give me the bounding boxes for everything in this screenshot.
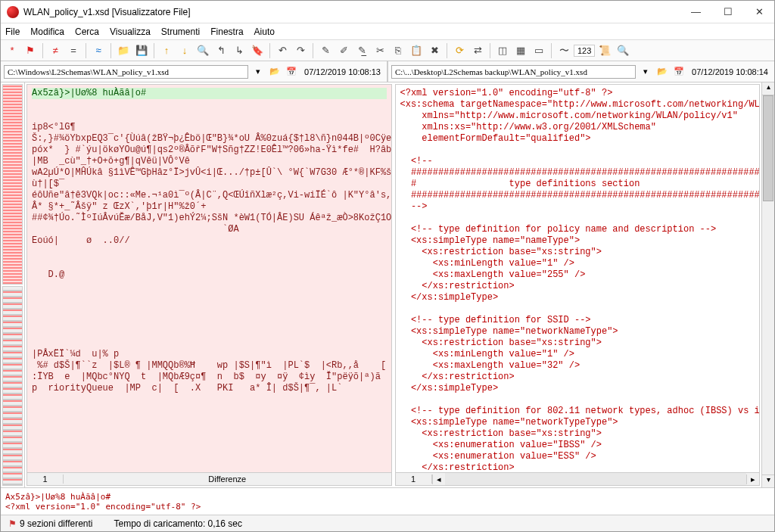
compare-panes: Ax5zâ}>|Uø%8 huÀãâ|o# ip8<°lG¶ Š:,}#¾öYb… (25, 82, 774, 487)
flag-icon[interactable]: ⚑ (22, 42, 39, 59)
window-controls: — ☐ ✕ (686, 5, 768, 19)
separator (110, 43, 111, 58)
save-icon[interactable]: 💾 (133, 42, 150, 59)
dropdown-icon[interactable]: ▾ (251, 65, 265, 79)
scroll-icon[interactable]: 📜 (596, 42, 613, 59)
left-path-cell: ▾ 📂 📅 07/12/2019 10:08:13 (1, 65, 387, 79)
right-line-num: 1 (396, 474, 432, 484)
wave-icon[interactable]: 〜 (556, 42, 572, 59)
statusbar: ⚑9 sezioni differenti Tempo di caricamen… (1, 515, 774, 531)
paste-icon[interactable]: 📋 (408, 42, 425, 59)
menu-edit[interactable]: Modifica (30, 26, 64, 37)
pencil-icon[interactable]: ✎ (317, 42, 334, 59)
open-folder-icon[interactable]: 📂 (655, 65, 669, 79)
not-equal-icon[interactable]: ≠ (47, 42, 64, 59)
hscroll-track[interactable] (445, 473, 747, 485)
edit-icon[interactable]: ✎̲ (353, 42, 370, 59)
scroll-down-arrow[interactable]: ▾ (762, 474, 774, 487)
right-pane: <?xml version="1.0" encoding="utf-8" ?> … (395, 84, 761, 486)
left-scroll-label: Differenze (64, 474, 391, 484)
layout-split-icon[interactable]: ◫ (494, 42, 511, 59)
swap-icon[interactable]: ⇄ (469, 42, 486, 59)
separator (447, 43, 447, 58)
left-timestamp: 07/12/2019 10:08:13 (301, 67, 384, 76)
redo-icon[interactable]: ↷ (292, 42, 309, 59)
status-diffs: ⚑9 sezioni differenti (8, 518, 93, 529)
separator (86, 43, 86, 58)
right-body-text: <?xml version="1.0" encoding="utf-8" ?> … (400, 88, 760, 472)
line-number-box[interactable]: 123 (574, 45, 595, 57)
open-folder-icon[interactable]: 📂 (268, 65, 282, 79)
right-timestamp: 07/12/2019 10:08:14 (689, 67, 771, 76)
dropdown-icon[interactable]: ▾ (639, 65, 652, 79)
menubar: File Modifica Cerca Visualizza Strumenti… (1, 23, 774, 40)
close-button[interactable]: ✕ (751, 5, 768, 19)
overview-sidebar[interactable] (1, 82, 25, 487)
window-title: WLAN_policy_v1.xsd [Visualizzatore File] (23, 7, 686, 17)
right-hscroll: 1 ◂ ▸ (396, 472, 760, 485)
copy-icon[interactable]: ⎘ (390, 42, 406, 59)
right-path-cell: ▾ 📂 📅 07/12/2019 10:08:14 (388, 65, 774, 79)
overview-strip-left[interactable] (2, 84, 23, 285)
toolbar: * ⚑ ≠ = ≈ 📁 💾 ↑ ↓ 🔍 ↰ ↳ 🔖 ↶ ↷ ✎ ✐ ✎̲ ✂ ⎘… (1, 40, 774, 61)
minimize-button[interactable]: — (686, 5, 705, 19)
arrow-down-icon[interactable]: ↓ (176, 42, 193, 59)
overview-strip-right[interactable] (2, 286, 23, 487)
menu-tools[interactable]: Strumenti (161, 26, 200, 37)
scroll-right-arrow[interactable]: ▸ (746, 474, 759, 484)
menu-help[interactable]: Aiuto (254, 26, 275, 37)
separator (42, 43, 43, 58)
equal-icon[interactable]: = (65, 42, 82, 59)
star-icon[interactable]: * (4, 42, 20, 59)
binoculars-icon[interactable]: 🔍 (195, 42, 211, 59)
separator (551, 43, 552, 58)
titlebar: WLAN_policy_v1.xsd [Visualizzatore File]… (1, 1, 774, 23)
cut-icon[interactable]: ✂ (372, 42, 388, 59)
calendar-icon[interactable]: 📅 (285, 65, 298, 79)
left-content[interactable]: Ax5zâ}>|Uø%8 huÀãâ|o# ip8<°lG¶ Š:,}#¾öYb… (27, 85, 391, 472)
separator (154, 43, 154, 58)
bookmark-icon[interactable]: 🔖 (249, 42, 266, 59)
status-load-time: Tempo di caricamento: 0,16 sec (114, 518, 242, 529)
find-next-icon[interactable]: ↳ (231, 42, 247, 59)
vscroll-track[interactable] (762, 95, 774, 474)
menu-search[interactable]: Cerca (75, 26, 99, 37)
vscroll-thumb[interactable] (763, 95, 773, 201)
layout-single-icon[interactable]: ▭ (531, 42, 547, 59)
main-area: Ax5zâ}>|Uø%8 huÀãâ|o# ip8<°lG¶ Š:,}#¾öYb… (1, 82, 774, 487)
menu-view[interactable]: Visualizza (110, 26, 151, 37)
separator (490, 43, 490, 58)
approx-icon[interactable]: ≈ (90, 42, 107, 59)
scroll-left-arrow[interactable]: ◂ (432, 474, 445, 484)
app-icon (7, 6, 19, 18)
menu-window[interactable]: Finestra (210, 26, 243, 37)
diff-flag-icon: ⚑ (8, 518, 17, 529)
separator (313, 43, 313, 58)
refresh-icon[interactable]: ⟳ (451, 42, 468, 59)
maximize-button[interactable]: ☐ (719, 5, 737, 19)
scroll-up-arrow[interactable]: ▴ (762, 82, 774, 95)
menu-file[interactable]: File (5, 26, 20, 37)
right-path-input[interactable] (391, 65, 636, 79)
left-pane: Ax5zâ}>|Uø%8 huÀãâ|o# ip8<°lG¶ Š:,}#¾öYb… (26, 84, 392, 486)
arrow-up-icon[interactable]: ↑ (158, 42, 175, 59)
zoom-icon[interactable]: 🔍 (615, 42, 631, 59)
calendar-icon[interactable]: 📅 (672, 65, 686, 79)
vertical-scrollbar[interactable]: ▴ ▾ (761, 82, 774, 487)
compare-line-2: <?xml version="1.0" encoding="utf-8" ?> (5, 502, 770, 512)
separator (269, 43, 270, 58)
left-header-line: Ax5zâ}>|Uø%8 huÀãâ|o# (32, 88, 387, 99)
left-path-input[interactable] (4, 65, 248, 79)
folder-dual-icon[interactable]: 📁 (115, 42, 132, 59)
left-body-text: ip8<°lG¶ Š:,}#¾öYbxpEQ3¯c'{Ùúâ(žBŸ¬þ¿Êbö… (32, 122, 391, 394)
find-prev-icon[interactable]: ↰ (213, 42, 229, 59)
pencil-group-icon[interactable]: ✐ (335, 42, 352, 59)
layout-grid-icon[interactable]: ▦ (512, 42, 529, 59)
app-window: WLAN_policy_v1.xsd [Visualizzatore File]… (0, 0, 775, 532)
compare-line-1: Ax5zâ}>|Uø%8 huÀãâ|o# (5, 492, 770, 502)
left-line-num: 1 (27, 474, 64, 484)
left-hscroll: 1 Differenze (27, 472, 391, 485)
undo-icon[interactable]: ↶ (274, 42, 291, 59)
delete-icon[interactable]: ✖ (426, 42, 443, 59)
right-content[interactable]: <?xml version="1.0" encoding="utf-8" ?> … (396, 85, 760, 472)
